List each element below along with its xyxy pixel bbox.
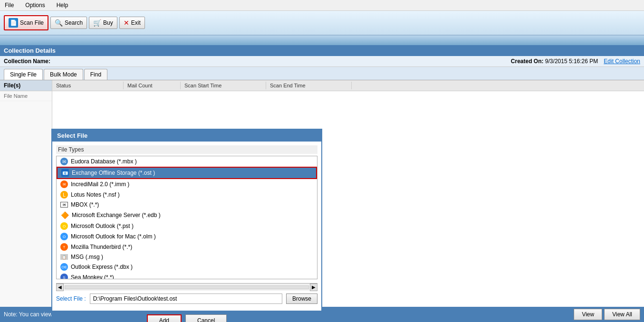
select-file-row: Select File : Browse [56, 294, 317, 304]
col-header-scan-end: Scan End Time [266, 82, 352, 89]
scroll-left-btn[interactable]: ◀ [56, 284, 64, 291]
scroll-track[interactable] [65, 285, 309, 289]
scroll-right-btn[interactable]: ▶ [310, 284, 317, 291]
gradient-banner [0, 36, 644, 45]
file-type-icon: O [60, 233, 68, 240]
collection-name-label: Collection Name: [4, 58, 50, 65]
file-type-icon: 🔶 [60, 211, 69, 219]
created-on-label: Created On: 9/3/2015 5:16:26 PM [511, 58, 598, 65]
file-type-name: IncrediMail 2.0 (*.imm ) [71, 181, 129, 188]
file-type-icon: 📋 [60, 254, 68, 260]
file-type-item[interactable]: 🔶Microsoft Exchange Server (*.edb ) [57, 209, 317, 221]
exit-button[interactable]: ✕ Exit [119, 17, 145, 29]
left-sidebar: File(s) File Name [0, 80, 52, 322]
select-file-label: Select File : [56, 295, 86, 302]
view-all-button[interactable]: View All [604, 309, 640, 320]
file-type-icon: ✉ [60, 180, 68, 188]
file-type-item[interactable]: SSea Monkey (*.*) [57, 272, 317, 279]
collection-header: Collection Details [0, 45, 644, 56]
scan-file-icon: 📄 [9, 18, 18, 28]
file-type-item[interactable]: TMozilla Thunderbird (*.*) [57, 242, 317, 252]
table-header: Status Mail Count Scan Start Time Scan E… [52, 80, 644, 91]
select-file-dialog: Select File File Types ✉Eudora Database … [51, 129, 322, 322]
file-type-item[interactable]: ✉MBOX (*.*) [57, 200, 317, 209]
file-type-name: MBOX (*.*) [71, 201, 99, 208]
file-type-icon: ✉ [60, 158, 68, 165]
file-type-name: Microsoft Exchange Server (*.edb ) [72, 212, 161, 218]
file-type-icon: T [60, 243, 68, 251]
dialog-content: File Types ✉Eudora Database (*.mbx )📧Exc… [52, 142, 321, 311]
file-types-label: File Types [56, 145, 317, 154]
menu-options[interactable]: Options [22, 1, 48, 9]
file-type-name: Microsoft Outlook for Mac (*.olm ) [71, 233, 156, 240]
files-label: File(s) [0, 80, 52, 91]
file-type-name: Outlook Express (*.dbx ) [71, 264, 133, 270]
buy-icon: 🛒 [93, 19, 101, 27]
file-type-icon: S [60, 274, 68, 279]
tab-bulk-mode[interactable]: Bulk Mode [44, 69, 83, 80]
file-type-name: Exchange Offline Storage (*.ost ) [72, 170, 155, 176]
menu-bar: File Options Help [0, 0, 644, 11]
tab-bar: Single File Bulk Mode Find [0, 67, 644, 80]
file-path-input[interactable] [90, 294, 282, 304]
col-header-scan-start: Scan Start Time [181, 82, 266, 89]
file-type-icon: O [60, 222, 68, 230]
cancel-button[interactable]: Cancel [185, 314, 227, 322]
scan-file-button[interactable]: 📄 Scan File [4, 15, 48, 30]
search-icon: 🔍 [55, 19, 63, 27]
file-type-item[interactable]: ✉IncrediMail 2.0 (*.imm ) [57, 179, 317, 189]
col-header-status: Status [52, 82, 124, 89]
file-list[interactable]: ✉Eudora Database (*.mbx )📧Exchange Offli… [56, 156, 317, 279]
buy-button[interactable]: 🛒 Buy [89, 17, 117, 29]
file-type-item[interactable]: OMicrosoft Outlook (*.pst ) [57, 221, 317, 231]
dialog-title: Select File [52, 130, 321, 142]
horizontal-scrollbar[interactable]: ◀ ▶ [56, 283, 317, 291]
file-type-icon: 📧 [61, 169, 69, 177]
file-type-item[interactable]: 📧Exchange Offline Storage (*.ost ) [57, 167, 317, 179]
collection-name-row: Collection Name: Created On: 9/3/2015 5:… [0, 56, 644, 67]
dialog-buttons: Add Cancel [52, 311, 321, 322]
file-type-item[interactable]: 📋MSG (.msg ) [57, 252, 317, 262]
file-type-name: Mozilla Thunderbird (*.*) [71, 244, 132, 250]
main-content: Single File Bulk Mode Find File(s) File … [0, 67, 644, 322]
col-header-mail-count: Mail Count [124, 82, 181, 89]
file-type-item[interactable]: OEOutlook Express (*.dbx ) [57, 262, 317, 272]
status-buttons: View View All [574, 309, 640, 320]
edit-collection-link[interactable]: Edit Collection [604, 58, 640, 65]
file-type-icon: OE [60, 263, 68, 271]
file-type-name: Eudora Database (*.mbx ) [71, 158, 137, 165]
menu-help[interactable]: Help [54, 1, 71, 9]
toolbar: 📄 Scan File 🔍 Search 🛒 Buy ✕ Exit [0, 11, 644, 36]
file-type-name: MSG (.msg ) [71, 254, 103, 260]
file-type-name: Microsoft Outlook (*.pst ) [71, 223, 134, 229]
file-type-item[interactable]: LLotus Notes (*.nsf ) [57, 189, 317, 200]
browse-button[interactable]: Browse [286, 294, 317, 304]
file-type-item[interactable]: ✉Eudora Database (*.mbx ) [57, 156, 317, 167]
tab-find[interactable]: Find [84, 69, 107, 80]
file-type-name: Sea Monkey (*.*) [71, 274, 114, 279]
tab-single-file[interactable]: Single File [4, 69, 43, 80]
file-type-name: Lotus Notes (*.nsf ) [71, 191, 120, 198]
view-button[interactable]: View [574, 309, 602, 320]
file-type-item[interactable]: OMicrosoft Outlook for Mac (*.olm ) [57, 231, 317, 242]
menu-file[interactable]: File [2, 1, 17, 9]
file-type-icon: ✉ [60, 202, 68, 208]
file-type-icon: L [60, 191, 68, 199]
exit-icon: ✕ [124, 19, 129, 27]
add-button[interactable]: Add [147, 314, 182, 322]
search-button[interactable]: 🔍 Search [50, 17, 87, 29]
file-name-column: File Name [0, 91, 52, 101]
